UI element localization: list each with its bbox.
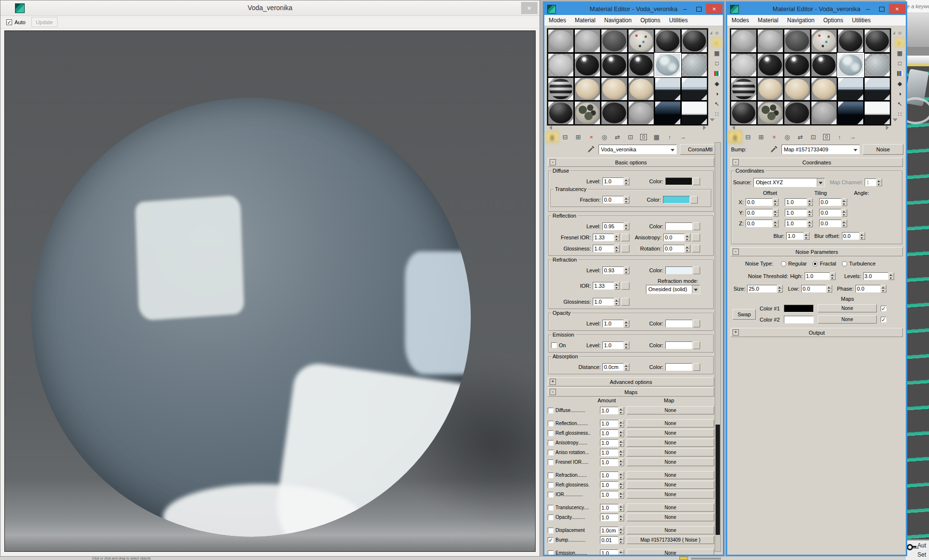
spinner-value[interactable]: 0.0	[842, 232, 859, 240]
material-id-channel-icon[interactable]: 0	[637, 132, 650, 142]
spinner-arrows[interactable]	[614, 282, 620, 290]
sample-slot[interactable]	[682, 78, 707, 101]
sample-slot[interactable]	[731, 78, 756, 101]
sample-slot[interactable]	[731, 29, 756, 52]
spinner-up-icon[interactable]	[619, 458, 624, 462]
spinner-field[interactable]: 1.0	[600, 514, 624, 521]
spinner-down-icon[interactable]	[619, 495, 624, 499]
spinner-arrows[interactable]	[619, 458, 624, 466]
radio-option[interactable]: Fractal	[812, 261, 836, 266]
spinner-down-icon[interactable]	[881, 289, 886, 293]
spinner-down-icon[interactable]	[804, 236, 809, 240]
sample-slot[interactable]	[865, 29, 890, 52]
material-editor-options-icon[interactable]: ◑	[712, 89, 721, 98]
backlight-icon[interactable]: ◐	[712, 38, 721, 47]
swap-button[interactable]: Swap	[733, 309, 756, 320]
spinner-up-icon[interactable]	[842, 220, 847, 223]
spinner-arrows[interactable]	[624, 363, 629, 371]
spinner-down-icon[interactable]	[624, 226, 629, 230]
spinner-field[interactable]: 1.0	[602, 177, 629, 185]
spinner-up-icon[interactable]	[619, 549, 624, 553]
spinner-arrows[interactable]	[624, 222, 629, 230]
spinner-field[interactable]: 1.0cm	[600, 527, 624, 534]
spinner-value[interactable]: 1.0	[600, 420, 618, 427]
material-id-channel-icon[interactable]: 0	[820, 132, 833, 142]
sample-slot[interactable]	[575, 54, 600, 76]
spinner-down-icon[interactable]	[619, 540, 624, 544]
spinner-down-icon[interactable]	[624, 200, 629, 204]
sample-slot[interactable]	[838, 102, 863, 124]
dropdown[interactable]: Object XYZ	[753, 178, 825, 187]
go-to-parent-icon[interactable]: ↑	[663, 132, 676, 142]
menu-navigation[interactable]: Navigation	[600, 17, 636, 24]
spinner-field[interactable]: 0.01	[600, 536, 624, 544]
spinner-field[interactable]: 1.0	[600, 472, 624, 479]
spinner-down-icon[interactable]	[619, 462, 624, 466]
spinner-value[interactable]: 0.0	[746, 198, 773, 206]
spinner-value[interactable]: 1.33	[593, 282, 614, 290]
chevron-down-icon[interactable]	[670, 145, 676, 154]
spinner-arrows[interactable]	[619, 449, 624, 457]
sample-slot[interactable]	[682, 102, 707, 124]
map-enable-checkbox[interactable]	[548, 459, 554, 465]
material-name-combo[interactable]: Voda_veronika	[599, 145, 677, 154]
sample-uv-tiling-icon[interactable]: □	[712, 59, 721, 68]
spinner-up-icon[interactable]	[685, 234, 690, 237]
spinner-down-icon[interactable]	[778, 289, 783, 293]
select-by-material-icon[interactable]: ↖	[895, 99, 904, 108]
spinner-arrows[interactable]	[614, 234, 620, 241]
spinner-value[interactable]: 1.0	[600, 429, 618, 437]
map-shortcut-button[interactable]	[621, 245, 629, 252]
spinner-down-icon[interactable]	[685, 249, 690, 252]
material-type-button[interactable]: Noise	[863, 144, 903, 155]
eyedropper-icon[interactable]	[587, 146, 596, 153]
sample-slot[interactable]	[811, 54, 837, 76]
spinner-value[interactable]: 1.0	[805, 272, 830, 280]
spinner-arrows[interactable]	[881, 285, 886, 293]
spinner-value[interactable]: 1.0	[785, 209, 807, 217]
swatch-side-button[interactable]	[693, 266, 700, 274]
map-button[interactable]: None	[818, 315, 877, 324]
swatch-side-button[interactable]	[693, 320, 700, 327]
spinner-value[interactable]: 0.0	[855, 285, 881, 293]
spinner-field[interactable]: 0.93	[602, 266, 629, 274]
assign-material-to-selection-icon[interactable]: ⊞	[755, 132, 767, 142]
put-material-to-scene-icon[interactable]: ⊟	[742, 132, 754, 142]
spinner-value[interactable]: 3.0	[863, 272, 888, 280]
menu-material[interactable]: Material	[753, 17, 783, 24]
close-button[interactable]: ×	[706, 4, 722, 14]
spinner-field[interactable]: 1	[865, 178, 882, 186]
spinner-up-icon[interactable]	[773, 198, 779, 202]
expand-icon[interactable]: +	[733, 329, 739, 336]
select-by-material-icon[interactable]: ↖	[712, 99, 721, 108]
sample-slot[interactable]	[655, 54, 680, 76]
sample-slot[interactable]	[758, 54, 783, 76]
spinner-field[interactable]: 0.0	[663, 245, 690, 252]
spinner-down-icon[interactable]	[830, 276, 836, 280]
close-icon[interactable]: ×	[521, 2, 538, 14]
spinner-up-icon[interactable]	[619, 527, 624, 531]
spinner-up-icon[interactable]	[619, 481, 624, 485]
spinner-arrows[interactable]	[619, 407, 624, 414]
spinner-value[interactable]: 1.0	[602, 320, 624, 327]
spinner-up-icon[interactable]	[827, 285, 832, 289]
sample-slot[interactable]	[784, 29, 809, 52]
spinner-field[interactable]: 0.0	[819, 209, 847, 217]
spinner-arrows[interactable]	[619, 527, 624, 534]
collapse-icon[interactable]: -	[550, 389, 556, 395]
map-enable-checkbox[interactable]	[548, 550, 554, 555]
spinner-up-icon[interactable]	[614, 245, 620, 249]
spinner-field[interactable]: 1.0	[785, 220, 813, 227]
spinner-field[interactable]: 0.0	[842, 232, 865, 240]
spinner-field[interactable]: 1.0	[600, 491, 624, 499]
spinner-value[interactable]: 1.0	[593, 245, 614, 252]
spinner-value[interactable]: 1.0	[600, 481, 618, 489]
spinner-down-icon[interactable]	[619, 531, 624, 534]
spinner-up-icon[interactable]	[830, 272, 836, 276]
spinner-field[interactable]: 1.0	[600, 549, 624, 555]
swatch-side-button[interactable]	[690, 196, 698, 204]
spinner-field[interactable]: 1.0	[600, 449, 624, 457]
spinner-arrows[interactable]	[778, 285, 783, 293]
spinner-arrows[interactable]	[842, 198, 847, 206]
background-icon[interactable]: ▦	[712, 48, 721, 58]
